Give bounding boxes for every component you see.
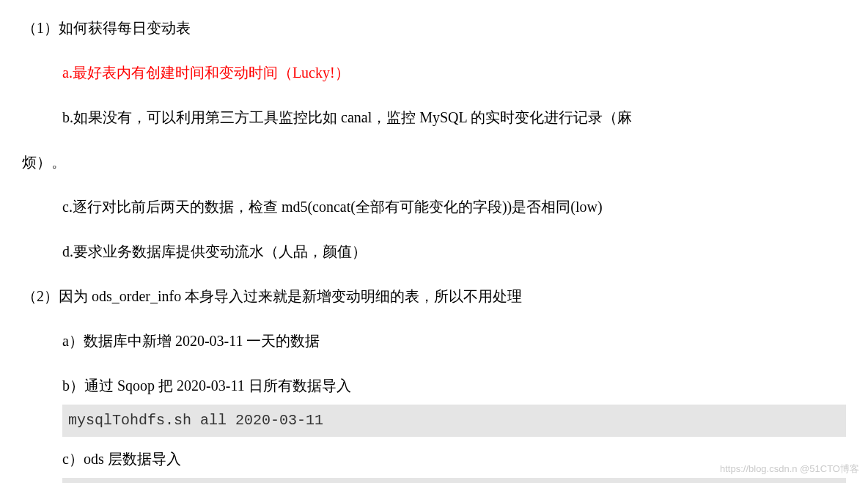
section-1-item-c: c.逐行对比前后两天的数据，检查 md5(concat(全部有可能变化的字段))…: [62, 193, 846, 220]
section-1-title: （1）如何获得每日变动表: [22, 15, 846, 41]
section-1-item-a: a.最好表内有创建时间和变动时间（Lucky!）: [62, 59, 846, 86]
section-1-item-b: b.如果没有，可以利用第三方工具监控比如 canal，监控 MySQL 的实时变…: [22, 104, 846, 175]
code-block-1: mysqlTohdfs.sh all 2020-03-11: [62, 405, 846, 437]
section-1-item-b-line2: 烦）。: [22, 149, 846, 175]
section-1-item-b-line1: b.如果没有，可以利用第三方工具监控比如 canal，监控 MySQL 的实时变…: [62, 109, 632, 125]
section-2-title: （2）因为 ods_order_info 本身导入过来就是新增变动明细的表，所以…: [22, 283, 846, 309]
code-block-2: hdfs_to_ods_db.sh all 2020-03-11: [62, 478, 846, 483]
section-1-item-d: d.要求业务数据库提供变动流水（人品，颜值）: [62, 238, 846, 265]
section-2-item-a: a）数据库中新增 2020-03-11 一天的数据: [62, 328, 846, 354]
section-2-item-b: b）通过 Sqoop 把 2020-03-11 日所有数据导入: [62, 372, 846, 399]
watermark-text: https://blog.csdn.n @51CTO博客: [720, 460, 859, 477]
